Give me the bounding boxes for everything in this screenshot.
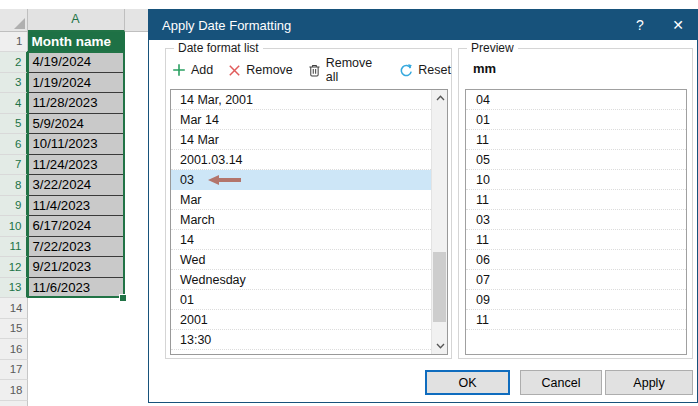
date-cell[interactable]: 11/24/2023 — [28, 155, 125, 176]
row-number[interactable]: 18 — [0, 380, 28, 401]
date-cell[interactable]: 4/19/2024 — [28, 52, 125, 73]
preview-list-item: 11 — [466, 310, 686, 330]
preview-list: 040111051011031106070911 — [465, 89, 687, 355]
date-cell[interactable]: 11/6/2023 — [28, 278, 125, 299]
select-all-triangle-icon — [14, 18, 25, 29]
reset-button[interactable]: Reset — [398, 63, 451, 78]
row-number[interactable]: 3 — [0, 73, 28, 94]
preview-list-item: 07 — [466, 270, 686, 290]
format-list-item-label: March — [180, 213, 215, 227]
apply-button[interactable]: Apply — [605, 370, 693, 395]
date-cell[interactable]: 9/21/2023 — [28, 257, 125, 278]
spreadsheet: A 12345678910111213141516171819 Month na… — [0, 0, 160, 406]
format-list-item-label: Mar — [180, 193, 202, 207]
row-number[interactable]: 4 — [0, 93, 28, 114]
row-number[interactable]: 8 — [0, 175, 28, 196]
ok-button[interactable]: OK — [425, 370, 510, 395]
preview-list-item: 11 — [466, 230, 686, 250]
format-list-item[interactable]: 2001 — [171, 310, 431, 330]
list-scrollbar[interactable] — [431, 90, 447, 354]
row-number[interactable]: 10 — [0, 216, 28, 237]
select-all-corner[interactable] — [0, 9, 28, 32]
preview-group: Preview mm 040111051011031106070911 — [458, 48, 693, 359]
dialog-body: Date format list Add Remove Remove all — [149, 40, 697, 402]
format-list-item[interactable]: Wednesday — [171, 270, 431, 290]
row-number[interactable]: 6 — [0, 134, 28, 155]
close-button[interactable]: ✕ — [659, 10, 697, 40]
add-button-label: Add — [191, 63, 213, 77]
preview-list-item: 05 — [466, 150, 686, 170]
format-list-item[interactable]: Mar — [171, 190, 431, 210]
format-list-item[interactable]: 14 Mar — [171, 130, 431, 150]
format-list-item[interactable]: 14 Mar, 2001 — [171, 90, 431, 110]
remove-all-button[interactable]: Remove all — [308, 56, 384, 84]
help-button[interactable]: ? — [621, 10, 659, 40]
row-number[interactable]: 9 — [0, 196, 28, 217]
date-format-group-label: Date format list — [174, 41, 263, 55]
trash-icon — [308, 63, 321, 78]
annotation-arrow — [208, 175, 241, 185]
row-number[interactable]: 19 — [0, 401, 28, 406]
row-number[interactable]: 12 — [0, 257, 28, 278]
date-cell[interactable]: 1/19/2024 — [28, 73, 125, 94]
preview-group-label: Preview — [467, 41, 518, 55]
dialog-button-row: OK Cancel Apply — [149, 370, 693, 395]
format-list-item[interactable]: 2001.03.14 — [171, 150, 431, 170]
row-number[interactable]: 13 — [0, 278, 28, 299]
format-toolbar: Add Remove Remove all — [172, 59, 451, 81]
format-list-item[interactable]: Wed — [171, 250, 431, 270]
row-number[interactable]: 2 — [0, 52, 28, 73]
fill-handle[interactable] — [119, 294, 127, 302]
date-cell[interactable]: 5/9/2024 — [28, 114, 125, 135]
preview-list-item: 11 — [466, 190, 686, 210]
format-list-item[interactable]: 13:30 — [171, 330, 431, 350]
date-format-group: Date format list Add Remove Remove all — [165, 48, 452, 359]
format-list-item-label: 14 — [180, 233, 194, 247]
format-list-item[interactable]: 03 — [171, 170, 431, 190]
format-list-item-label: 14 Mar — [180, 133, 219, 147]
row-number-column: 12345678910111213141516171819 — [0, 32, 28, 406]
format-list-item-label: 13:30 — [180, 333, 211, 347]
date-cell[interactable]: 11/28/2023 — [28, 93, 125, 114]
row-number[interactable]: 11 — [0, 237, 28, 258]
row-number[interactable]: 16 — [0, 339, 28, 360]
preview-list-item: 10 — [466, 170, 686, 190]
remove-button[interactable]: Remove — [228, 63, 293, 77]
row-number[interactable]: 1 — [0, 32, 28, 53]
remove-x-icon — [228, 64, 241, 77]
column-header-a[interactable]: A — [28, 9, 125, 32]
add-button[interactable]: Add — [172, 63, 213, 77]
date-format-list[interactable]: 14 Mar, 2001 Mar 14 14 Mar 2001.03.14 — [170, 89, 448, 355]
preview-items: 040111051011031106070911 — [466, 90, 686, 330]
dialog-titlebar[interactable]: Apply Date Formatting ? ✕ — [149, 10, 697, 40]
row-number[interactable]: 5 — [0, 114, 28, 135]
date-cell[interactable]: 11/4/2023 — [28, 196, 125, 217]
preview-list-item: 06 — [466, 250, 686, 270]
row-number[interactable]: 15 — [0, 319, 28, 340]
column-header-row: A — [0, 9, 160, 32]
plus-icon — [172, 63, 186, 77]
scroll-down-icon[interactable] — [432, 338, 448, 354]
preview-list-item: 09 — [466, 290, 686, 310]
row-number[interactable]: 17 — [0, 360, 28, 381]
row-number[interactable]: 7 — [0, 155, 28, 176]
format-list-item[interactable]: March — [171, 210, 431, 230]
format-list-item-label: 01 — [180, 293, 194, 307]
format-list-item[interactable]: 01 — [171, 290, 431, 310]
row-number[interactable]: 14 — [0, 298, 28, 319]
date-cell[interactable]: 3/22/2024 — [28, 175, 125, 196]
format-list-item[interactable]: Mar 14 — [171, 110, 431, 130]
date-cell[interactable]: 6/17/2024 — [28, 216, 125, 237]
column-a-cells: Month name 4/19/20241/19/202411/28/20235… — [28, 32, 125, 299]
dialog-title: Apply Date Formatting — [162, 18, 621, 33]
cancel-button[interactable]: Cancel — [520, 370, 602, 395]
scrollbar-thumb[interactable] — [433, 252, 446, 322]
format-list-item[interactable]: 14 — [171, 230, 431, 250]
scroll-up-icon[interactable] — [432, 90, 448, 106]
date-cell[interactable]: 7/22/2023 — [28, 237, 125, 258]
header-cell-month-name[interactable]: Month name — [28, 32, 125, 53]
preview-list-item: 11 — [466, 130, 686, 150]
format-list-item-label: 03 — [180, 173, 194, 187]
preview-list-item: 04 — [466, 90, 686, 110]
date-cell[interactable]: 10/11/2023 — [28, 134, 125, 155]
